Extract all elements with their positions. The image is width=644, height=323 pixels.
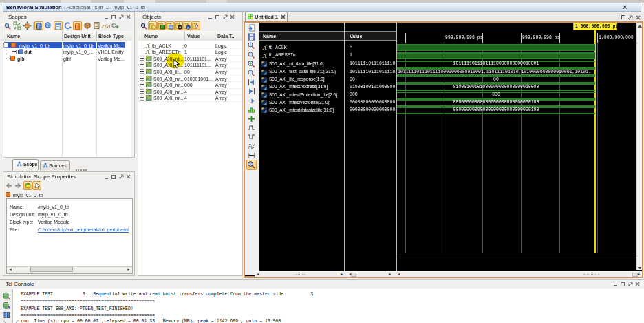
svg-text:C: C: [111, 22, 116, 29]
svg-text:+: +: [249, 43, 252, 48]
svg-text:-: -: [249, 52, 250, 57]
svg-text:F(x): F(x): [102, 23, 111, 29]
